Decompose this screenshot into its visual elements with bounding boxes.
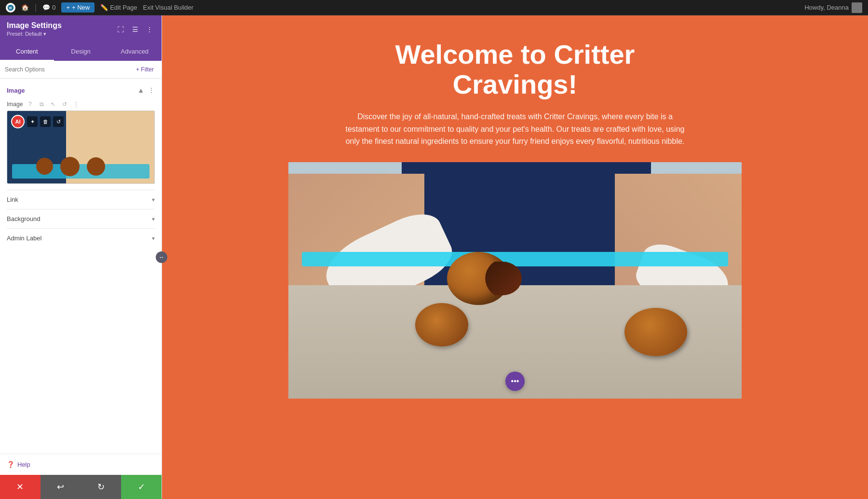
edit-page-link[interactable]: ✏️ Edit Page (100, 4, 137, 11)
admin-label-section-header[interactable]: Admin Label ▾ (7, 234, 155, 243)
sidebar-preset: Preset: Default ▾ (7, 31, 62, 37)
sidebar-content: Image ▲ ⋮ Image ? ⧉ ↖ ↺ ⋮ (0, 79, 162, 454)
image-more-icon[interactable]: ⋮ (72, 100, 81, 109)
admin-label-section-title: Admin Label (7, 235, 41, 242)
filter-button[interactable]: + Filter (133, 65, 157, 74)
avatar (852, 2, 862, 13)
redo-button[interactable]: ↻ (81, 475, 122, 499)
background-section: Background ▾ (7, 209, 155, 228)
svg-text:W: W (9, 6, 12, 9)
image-label-row: Image ? ⧉ ↖ ↺ ⋮ (7, 97, 155, 111)
background-section-header[interactable]: Background ▾ (7, 214, 155, 223)
page-content: Welcome to Critter Cravings! Discover th… (162, 15, 868, 499)
sidebar-title: Image Settings (7, 21, 62, 30)
help-section[interactable]: ❓ Help (0, 454, 162, 475)
cookie-tray (12, 164, 149, 179)
image-delete-icon[interactable]: 🗑 (40, 116, 51, 127)
background-section-title: Background (7, 215, 40, 222)
sidebar-header: Image Settings Preset: Default ▾ ⛶ ☰ ⋮ (0, 15, 162, 43)
image-field-label: Image (7, 101, 23, 108)
link-section: Link ▾ (7, 190, 155, 209)
main-layout: Image Settings Preset: Default ▾ ⛶ ☰ ⋮ C… (0, 15, 868, 499)
main-image (288, 162, 742, 399)
image-section-header[interactable]: Image ▲ ⋮ (7, 83, 155, 97)
main-cookie-scene (288, 162, 742, 399)
admin-label-section: Admin Label ▾ (7, 228, 155, 248)
collapse-icon[interactable]: ▲ (137, 86, 144, 94)
hero-description: Discover the joy of all-natural, hand-cr… (341, 111, 689, 148)
home-link[interactable]: 🏠 (21, 4, 29, 11)
help-icon[interactable]: ? (26, 100, 34, 109)
reset-icon[interactable]: ↺ (60, 100, 69, 109)
admin-label-chevron-icon: ▾ (152, 235, 155, 242)
image-section: Image ▲ ⋮ Image ? ⧉ ↖ ↺ ⋮ (7, 83, 155, 184)
link-section-header[interactable]: Link ▾ (7, 195, 155, 204)
wordpress-icon[interactable]: W (6, 3, 15, 13)
save-button[interactable]: ✓ (121, 475, 162, 499)
background-chevron-icon: ▾ (152, 216, 155, 222)
tab-design[interactable]: Design (54, 43, 108, 61)
bottom-toolbar: ✕ ↩ ↻ ✓ (0, 475, 162, 499)
link-chevron-icon: ▾ (152, 196, 155, 203)
sidebar-header-icons: ⛶ ☰ ⋮ (115, 24, 155, 35)
cursor-icon[interactable]: ↖ (49, 100, 57, 109)
tab-content[interactable]: Content (0, 43, 54, 61)
search-bar: + Filter (0, 61, 162, 79)
image-overlay: AI ✦ 🗑 ↺ (11, 115, 64, 128)
hero-title: Welcome to Critter Cravings! (337, 40, 693, 99)
canvas-area: Welcome to Critter Cravings! Discover th… (162, 15, 868, 499)
sidebar: Image Settings Preset: Default ▾ ⛶ ☰ ⋮ C… (0, 15, 162, 499)
search-input[interactable] (5, 66, 130, 73)
sidebar-tabs: Content Design Advanced (0, 43, 162, 61)
image-preview-container: AI ✦ 🗑 ↺ (7, 111, 155, 184)
image-settings-icon[interactable]: ✦ (27, 116, 38, 127)
columns-icon[interactable]: ☰ (130, 24, 140, 35)
more-icon[interactable]: ⋮ (144, 24, 155, 35)
main-image-section: ••• (288, 162, 742, 399)
exit-visual-builder-link[interactable]: Exit Visual Builder (143, 4, 194, 11)
tab-advanced[interactable]: Advanced (108, 43, 162, 61)
cancel-button[interactable]: ✕ (0, 475, 41, 499)
new-button[interactable]: + + New (61, 2, 95, 13)
layers-icon[interactable]: ⧉ (37, 100, 46, 109)
comment-count[interactable]: 💬 0 (42, 4, 55, 11)
user-menu[interactable]: Howdy, Deanna (804, 2, 862, 13)
ai-button[interactable]: AI (11, 115, 25, 128)
help-icon: ❓ (7, 461, 14, 468)
image-section-title: Image (7, 87, 25, 94)
three-dots-button[interactable]: ••• (505, 372, 525, 391)
hero-text-section: Welcome to Critter Cravings! Discover th… (298, 15, 732, 162)
undo-button[interactable]: ↩ (41, 475, 81, 499)
section-icons: ▲ ⋮ (137, 86, 155, 94)
image-refresh-icon[interactable]: ↺ (53, 116, 64, 127)
resize-handle[interactable]: ↔ (156, 251, 167, 263)
topbar: W 🏠 | 💬 0 + + New ✏️ Edit Page Exit Visu… (0, 0, 868, 15)
link-section-title: Link (7, 196, 18, 203)
fullscreen-icon[interactable]: ⛶ (115, 24, 126, 35)
section-more-icon[interactable]: ⋮ (148, 86, 155, 94)
